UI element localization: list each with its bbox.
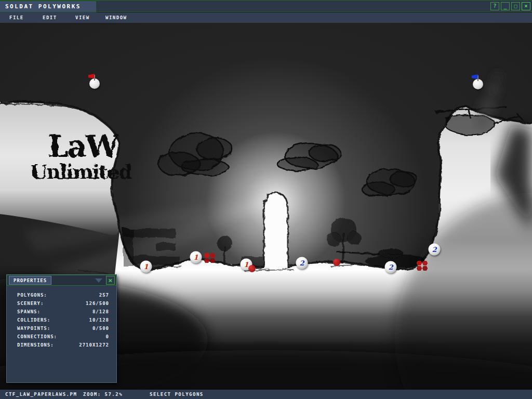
property-label: Spawns:: [17, 308, 41, 316]
menu-bar: File Edit View Window: [0, 12, 532, 23]
logo-line2: Unlimited: [30, 160, 132, 183]
alpha-flag-spawn[interactable]: [89, 78, 100, 89]
collider-marker[interactable]: [333, 259, 340, 266]
property-value: 8/128: [92, 308, 109, 316]
window-controls: ? _ □ ×: [490, 2, 530, 10]
close-button[interactable]: ×: [522, 2, 530, 10]
bravo-player-spawn[interactable]: 2: [296, 257, 308, 269]
property-value: 10/128: [89, 316, 109, 324]
logo-line1: LaW: [48, 129, 119, 164]
property-label: Polygons:: [17, 291, 47, 299]
panel-close-button[interactable]: ×: [106, 276, 115, 285]
status-zoom: Zoom: 57.2%: [83, 390, 123, 399]
property-label: Connections:: [17, 332, 57, 341]
property-value: 0/500: [92, 324, 109, 332]
property-label: Scenery:: [17, 299, 44, 308]
flag-point-marker[interactable]: [415, 260, 429, 272]
property-row-connections: Connections: 0: [7, 332, 116, 341]
title-plate: Soldat PolyWorks: [0, 1, 97, 12]
status-bar: ctf_Law_PaperLaws.PM Zoom: 57.2% Select …: [0, 390, 532, 399]
property-row-waypoints: Waypoints: 0/500: [7, 324, 116, 332]
restore-button[interactable]: □: [511, 2, 520, 10]
property-row-colliders: Colliders: 10/128: [7, 316, 116, 324]
alpha-player-spawn[interactable]: 1: [190, 251, 202, 263]
flag-point-marker[interactable]: [203, 252, 216, 264]
property-label: Colliders:: [17, 316, 50, 324]
property-row-dimensions: Dimensions: 2710x1272: [7, 341, 116, 349]
menu-window[interactable]: Window: [105, 12, 127, 23]
polyworks-window: Soldat PolyWorks ? _ □ × File Edit View …: [0, 0, 532, 399]
property-row-polygons: Polygons: 257: [7, 291, 116, 299]
title-bar: Soldat PolyWorks ? _ □ ×: [0, 0, 532, 12]
property-value: 0: [106, 332, 109, 341]
window-title: Soldat PolyWorks: [5, 1, 81, 12]
property-value: 2710x1272: [79, 341, 109, 349]
property-label: Waypoints:: [17, 324, 50, 332]
property-value: 126/500: [86, 299, 109, 308]
property-row-scenery: Scenery: 126/500: [7, 299, 116, 308]
menu-edit[interactable]: Edit: [43, 12, 57, 23]
alpha-player-spawn[interactable]: 1: [140, 261, 152, 273]
property-row-spawns: Spawns: 8/128: [7, 308, 116, 316]
minimize-button[interactable]: _: [501, 2, 510, 10]
properties-panel: Properties × Polygons: 257 Scenery: 126/…: [6, 274, 117, 383]
pillar-monolith: [264, 193, 288, 268]
menu-file[interactable]: File: [9, 12, 24, 23]
bravo-player-spawn[interactable]: 2: [429, 244, 441, 256]
menu-view[interactable]: View: [75, 12, 90, 23]
properties-panel-title: Properties: [9, 276, 51, 285]
property-value: 257: [99, 291, 109, 299]
help-button[interactable]: ?: [490, 2, 499, 10]
chevron-down-icon[interactable]: [95, 278, 102, 283]
bravo-flag-spawn[interactable]: [473, 79, 483, 89]
properties-rows: Polygons: 257 Scenery: 126/500 Spawns: 8…: [7, 291, 116, 349]
bravo-player-spawn[interactable]: 2: [385, 261, 397, 273]
properties-panel-titlebar[interactable]: Properties ×: [7, 275, 116, 286]
status-tool-mode: Select Polygons: [150, 390, 204, 399]
status-filename: ctf_Law_PaperLaws.PM: [5, 390, 77, 399]
collider-marker[interactable]: [248, 265, 256, 272]
property-label: Dimensions:: [17, 341, 54, 349]
